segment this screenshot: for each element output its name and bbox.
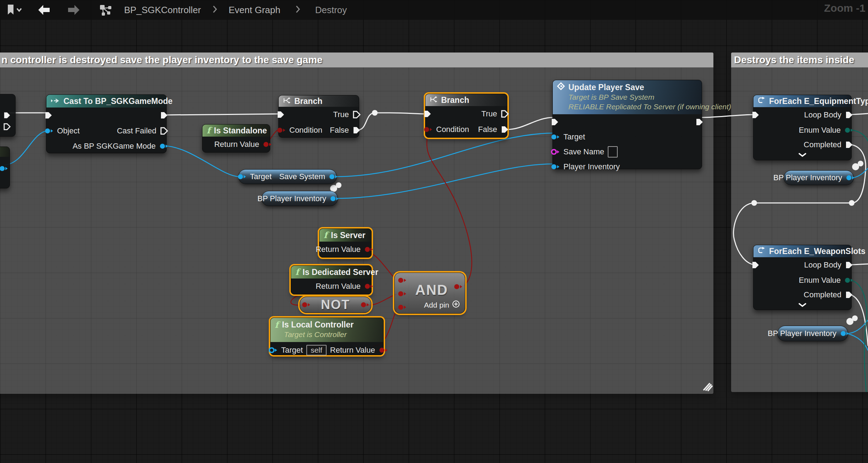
add-pin-label: Add pin: [424, 301, 449, 309]
is-server-node[interactable]: f Is Server Return Value: [319, 228, 372, 258]
comment-header[interactable]: n controller is destroyed save the playe…: [0, 53, 713, 67]
bool-pin-in[interactable]: [301, 302, 311, 308]
string-pin-in[interactable]: [551, 149, 560, 155]
exec-pin-in[interactable]: [277, 110, 285, 119]
save-name-input[interactable]: [608, 146, 618, 158]
comment-resize-handle[interactable]: [699, 380, 713, 393]
bool-pin-in[interactable]: [397, 291, 407, 297]
expand-chevron-icon[interactable]: [798, 153, 807, 159]
branch-node-2[interactable]: Branch True Condition False: [425, 94, 507, 138]
object-pin-out[interactable]: [846, 175, 855, 181]
exec-pin-in[interactable]: [423, 109, 432, 118]
exec-pin-out[interactable]: [160, 111, 168, 120]
bool-pin-out[interactable]: [364, 283, 373, 290]
object-pin-in[interactable]: [237, 173, 246, 180]
exec-pin-in[interactable]: [751, 260, 760, 270]
object-pin-out[interactable]: [329, 173, 338, 180]
bool-pin-out[interactable]: [360, 302, 369, 308]
variable-label: BP Player Inventory: [773, 173, 842, 182]
function-icon: f: [324, 231, 327, 239]
pin-label: Object: [57, 126, 80, 136]
exec-pin-in[interactable]: [551, 117, 559, 127]
node-title: Branch: [441, 95, 469, 105]
bool-pin-in[interactable]: [397, 304, 407, 310]
exec-pin-out-hollow[interactable]: [3, 122, 11, 131]
left-getter-node[interactable]: [0, 147, 10, 188]
exec-pin-in[interactable]: [44, 111, 53, 120]
is-standalone-node[interactable]: f Is Standalone Return Value: [202, 124, 270, 153]
is-local-controller-node[interactable]: f Is Local Controller Target is Controll…: [270, 318, 384, 355]
not-node[interactable]: NOT: [300, 297, 371, 313]
exec-pin-out[interactable]: [352, 126, 361, 135]
left-event-node[interactable]: y e: [0, 94, 16, 137]
object-pin-in[interactable]: [551, 134, 560, 140]
bp-player-inventory-getter-1[interactable]: BP Player Inventory: [784, 170, 854, 185]
bookmark-icon[interactable]: [6, 4, 22, 16]
bool-pin-out[interactable]: [364, 246, 373, 253]
bool-pin-in[interactable]: [397, 277, 407, 283]
loop-icon: [758, 97, 766, 106]
object-pin-in-hollow[interactable]: [268, 347, 278, 353]
forward-arrow-icon[interactable]: [67, 4, 81, 16]
branch-icon: [283, 97, 291, 106]
node-title: Is Dedicated Server: [302, 268, 378, 277]
object-pin-out[interactable]: [840, 330, 849, 337]
exec-pin-out-hollow[interactable]: [160, 126, 168, 136]
bool-pin-in[interactable]: [423, 126, 433, 133]
object-pin-out[interactable]: [0, 165, 8, 172]
back-arrow-icon[interactable]: [37, 4, 51, 16]
blueprint-editor: n controller is destroyed save the playe…: [0, 0, 868, 463]
update-player-save-node[interactable]: Update Player Save Target is BP Save Sys…: [552, 80, 702, 169]
expand-chevron-icon[interactable]: [798, 303, 807, 309]
loop-icon: [758, 247, 766, 256]
variable-label: Save System: [279, 172, 325, 181]
bool-pin-out[interactable]: [379, 347, 388, 353]
and-node[interactable]: AND Add pin: [394, 272, 465, 314]
pin-label: False: [330, 126, 349, 135]
exec-pin-out[interactable]: [845, 140, 853, 149]
cast-node[interactable]: Cast To BP_SGKGameMode Object Cast Faile…: [46, 94, 167, 153]
exec-pin-out[interactable]: [501, 125, 509, 134]
exec-pin-in[interactable]: [751, 110, 760, 120]
object-pin-out[interactable]: [159, 143, 168, 149]
target-self-input[interactable]: self: [306, 345, 327, 355]
add-pin-icon[interactable]: [452, 300, 460, 310]
bp-player-inventory-getter-2[interactable]: BP Player Inventory: [777, 326, 848, 341]
pin-label: Target: [563, 132, 585, 142]
pin-label: True: [333, 110, 349, 119]
enum-pin-out[interactable]: [844, 277, 853, 283]
breadcrumb-function[interactable]: Destroy: [315, 5, 347, 16]
bool-pin-out[interactable]: [454, 283, 463, 290]
pin-label: Return Value: [214, 140, 259, 149]
enum-pin-out[interactable]: [844, 127, 853, 133]
branch-node-1[interactable]: Branch True Condition False: [278, 95, 359, 138]
exec-pin-out-hollow[interactable]: [501, 109, 509, 118]
object-pin-in[interactable]: [551, 164, 560, 170]
is-dedicated-server-node[interactable]: f Is Dedicated Server Return Value: [291, 265, 372, 294]
node-title: Is Standalone: [214, 126, 267, 136]
exec-pin-out[interactable]: [845, 110, 853, 120]
exec-pin-out-hollow[interactable]: [352, 110, 361, 119]
branch-icon: [430, 95, 438, 105]
event-diamond-icon: [557, 82, 565, 92]
exec-pin-out[interactable]: [3, 111, 11, 120]
node-title: Branch: [294, 97, 322, 106]
object-pin-in[interactable]: [44, 128, 54, 134]
save-system-getter[interactable]: Target Save System: [238, 169, 337, 184]
bp-player-inventory-getter-mid[interactable]: BP Player Inventory: [261, 191, 338, 206]
pin-label: Target: [281, 346, 303, 355]
object-pin-out[interactable]: [330, 195, 339, 202]
exec-pin-out[interactable]: [845, 260, 853, 270]
pin-label: Condition: [436, 125, 469, 134]
pin-label: Enum Value: [799, 126, 841, 135]
exec-pin-out[interactable]: [845, 290, 853, 299]
foreach-equipment-node[interactable]: ForEach E_EquipmentType Loop Body Enum V…: [753, 95, 852, 160]
breadcrumb-graph[interactable]: Event Graph: [229, 5, 280, 16]
bool-pin-in[interactable]: [277, 127, 286, 133]
foreach-weaponslots-node[interactable]: ForEach E_WeaponSlots Loop Body Enum Val…: [753, 245, 852, 310]
comment-header[interactable]: Destroys the items inside: [731, 53, 868, 67]
breadcrumb-blueprint[interactable]: BP_SGKController: [124, 5, 201, 16]
exec-pin-out[interactable]: [695, 117, 704, 127]
pin-label: Enum Value: [799, 276, 841, 285]
bool-pin-out[interactable]: [263, 141, 272, 148]
